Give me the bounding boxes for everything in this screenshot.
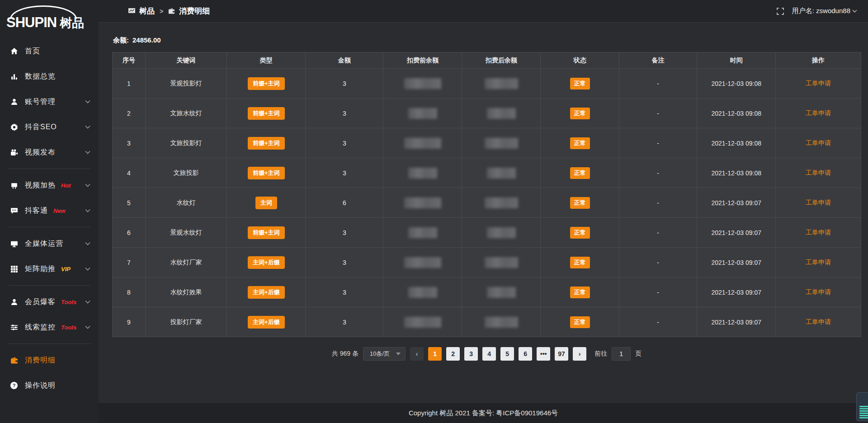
balance-after-cell: [462, 128, 541, 158]
sidebar-item-video-heat[interactable]: 视频加热 Hot: [0, 173, 99, 198]
page-button-3[interactable]: 3: [464, 347, 478, 361]
fullscreen-icon[interactable]: [777, 8, 784, 15]
goto-label: 前往: [594, 350, 607, 358]
sidebar-item-home[interactable]: 首页: [0, 38, 99, 64]
amount-cell: 3: [306, 248, 383, 277]
status-cell: 正常: [541, 99, 619, 128]
balance-after-cell: [462, 277, 541, 307]
work-order-link[interactable]: 工单申请: [806, 318, 831, 325]
question-icon: ?: [10, 381, 18, 390]
balance-value: 24856.00: [132, 36, 161, 45]
tools-badge: Tools: [61, 324, 76, 331]
remark-cell: -: [619, 128, 697, 158]
work-order-link[interactable]: 工单申请: [806, 139, 831, 146]
work-order-link[interactable]: 工单申请: [806, 199, 831, 206]
col-header-action: 操作: [776, 52, 861, 69]
page-button-5[interactable]: 5: [500, 347, 514, 361]
keyword-cell: 景观投影灯: [145, 69, 227, 99]
remark-cell: -: [619, 188, 697, 218]
table-row: 1 景观投影灯 前缀+主词 3 正常 - 2021-12-03 09:08 工单…: [113, 69, 861, 99]
page-ellipsis-button[interactable]: •••: [537, 347, 550, 361]
sidebar-menu: 首页 数据总览 账号管理 抖音SEO 视频发布: [0, 38, 99, 398]
sidebar-item-video-publish[interactable]: 视频发布: [0, 140, 99, 165]
index-cell: 3: [113, 128, 146, 158]
projector-icon: [10, 181, 18, 189]
type-cell: 前缀+主词: [227, 99, 306, 128]
censored-value: [404, 257, 441, 268]
sidebar-item-lead-monitor[interactable]: 线索监控 Tools: [0, 315, 99, 340]
page-button-1[interactable]: 1: [428, 347, 442, 361]
amount-cell: 3: [306, 158, 383, 188]
balance-before-cell: [383, 69, 462, 99]
sidebar-item-consumption-detail[interactable]: 消费明细: [0, 348, 99, 373]
balance-label: 余额:: [113, 36, 129, 45]
status-badge: 正常: [570, 257, 590, 268]
work-order-link[interactable]: 工单申请: [806, 288, 831, 296]
breadcrumb-item-root[interactable]: 树品: [139, 6, 155, 16]
sidebar-item-douyin-seo[interactable]: 抖音SEO: [0, 114, 99, 140]
col-header-amount: 金额: [306, 52, 383, 69]
page-button-2[interactable]: 2: [446, 347, 460, 361]
next-page-button[interactable]: ›: [573, 347, 586, 361]
sidebar-item-omnimedia[interactable]: 全媒体运营: [0, 231, 99, 256]
type-tag: 主词+后缀: [248, 286, 285, 299]
user-menu[interactable]: 用户名: zswodun88: [792, 7, 857, 15]
work-order-link[interactable]: 工单申请: [806, 258, 831, 266]
work-order-link[interactable]: 工单申请: [806, 80, 831, 87]
censored-value: [408, 108, 437, 119]
status-cell: 正常: [541, 277, 619, 307]
censored-value: [487, 287, 516, 298]
page-button-97[interactable]: 97: [555, 347, 568, 361]
consumption-table: 序号 关键词 类型 金额 扣费前余额 扣费后余额 状态 备注 时间 操作 1: [112, 52, 861, 337]
page-size-select[interactable]: 10条/页: [363, 347, 406, 361]
col-header-type: 类型: [227, 52, 306, 69]
censored-value: [487, 108, 516, 119]
monitor-icon: [10, 240, 18, 248]
topbar: 树品 > 消费明细 用户名: zswodun88: [99, 0, 868, 23]
sidebar-divider: [8, 285, 90, 286]
sidebar-item-label: 账号管理: [25, 97, 56, 107]
sidebar-item-label: 矩阵助推: [25, 264, 56, 274]
time-cell: 2021-12-03 09:07: [697, 218, 776, 248]
chevron-down-icon: [85, 267, 90, 271]
censored-value: [408, 168, 437, 179]
breadcrumb-separator: >: [159, 8, 164, 15]
prev-page-button[interactable]: ‹: [410, 347, 424, 361]
work-order-link[interactable]: 工单申请: [806, 229, 831, 236]
page-button-6[interactable]: 6: [519, 347, 532, 361]
index-cell: 7: [113, 248, 146, 277]
page-button-4[interactable]: 4: [482, 347, 496, 361]
action-cell: 工单申请: [776, 218, 861, 248]
gear-icon: [10, 123, 18, 131]
content: 余额: 24856.00 序号 关键词 类型 金额 扣费前余额 扣费: [99, 23, 868, 403]
chevron-down-icon: [85, 125, 90, 129]
sidebar-item-label: 首页: [25, 47, 40, 56]
table-row: 6 景观水纹灯 前缀+主词 3 正常 - 2021-12-03 09:07 工单…: [113, 218, 861, 248]
sidebar-item-instructions[interactable]: ? 操作说明: [0, 373, 99, 398]
grid-icon: [10, 265, 18, 273]
sidebar-item-member-bloom[interactable]: 会员爆客 Tools: [0, 289, 99, 315]
tools-badge: Tools: [61, 299, 76, 306]
amount-cell: 3: [306, 307, 383, 337]
sidebar-item-doketong[interactable]: 抖客通 New: [0, 198, 99, 223]
sidebar-item-label: 视频发布: [25, 148, 56, 157]
action-cell: 工单申请: [776, 99, 861, 128]
type-cell: 主词+后缀: [227, 248, 306, 277]
index-cell: 8: [113, 277, 146, 307]
sidebar-item-data-overview[interactable]: 数据总览: [0, 64, 99, 89]
remark-cell: -: [619, 69, 697, 99]
sidebar-item-matrix-boost[interactable]: 矩阵助推 VIP: [0, 256, 99, 282]
type-cell: 主词+后缀: [227, 307, 306, 337]
dashboard-icon: [128, 8, 135, 14]
work-order-link[interactable]: 工单申请: [806, 169, 831, 176]
type-tag: 前缀+主词: [248, 137, 285, 150]
sidebar-item-account[interactable]: 账号管理: [0, 89, 99, 114]
col-header-time: 时间: [697, 52, 776, 69]
logo: SHUPIN 树品: [0, 5, 99, 32]
app-window: SHUPIN 树品 首页 数据总览 账号管理 抖音SEO: [0, 0, 868, 423]
balance-after-cell: [462, 188, 541, 218]
goto-page-input[interactable]: [612, 347, 631, 361]
browser-extension-widget[interactable]: [856, 392, 868, 421]
status-badge: 正常: [570, 108, 590, 119]
work-order-link[interactable]: 工单申请: [806, 109, 831, 117]
